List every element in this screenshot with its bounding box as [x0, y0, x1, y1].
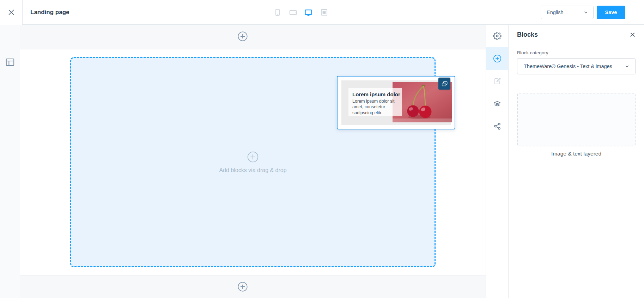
add-section-band-bottom [20, 275, 486, 298]
viewport-form-button[interactable] [319, 8, 329, 17]
desktop-icon [304, 8, 313, 17]
chevron-down-icon [583, 10, 588, 15]
save-button[interactable]: Save [597, 6, 625, 19]
panel-close-button[interactable] [630, 32, 636, 38]
viewport-desktop-button[interactable] [304, 8, 313, 17]
plus-circle-icon [237, 31, 248, 42]
block-preview-heading: Lorem ipsum dolor [352, 91, 398, 97]
stacked-cards-icon [441, 80, 448, 87]
editor-sidebar [486, 25, 509, 298]
tablet-icon [288, 8, 298, 17]
viewport-switcher [273, 0, 329, 25]
close-icon [630, 32, 636, 38]
block-preview-placeholder [517, 93, 636, 146]
block-category-label: Block category [517, 50, 636, 55]
close-editor-button[interactable] [0, 0, 23, 25]
section-layout-icon[interactable] [5, 57, 15, 67]
language-select-value: English [547, 10, 564, 15]
left-sidebar-strip [0, 25, 20, 298]
block-item-label: Image & text layered [517, 151, 636, 157]
blocks-panel-header: Blocks [509, 25, 644, 45]
block-preview-textbox: Lorem ipsum dolor Lorem ipsum dolor sit … [348, 88, 402, 116]
plus-circle-icon [247, 151, 259, 163]
plus-circle-icon [237, 281, 248, 292]
sidebar-item-navigator[interactable] [486, 115, 508, 138]
close-icon [7, 8, 15, 16]
layers-icon [493, 99, 502, 108]
block-category-select[interactable]: ThemeWare® Genesis - Text & images [517, 58, 636, 74]
mobile-icon [273, 8, 282, 17]
top-bar: Landing page [0, 0, 644, 25]
block-preview-body: Lorem ipsum dolor sit amet, consetetur s… [352, 98, 398, 116]
dropzone-hint-text: Add blocks via drag & drop [219, 167, 286, 174]
add-section-top-button[interactable] [237, 31, 248, 42]
sidebar-item-add-blocks[interactable] [486, 47, 508, 70]
sidebar-item-settings[interactable] [486, 25, 508, 47]
blocks-panel-body: Block category ThemeWare® Genesis - Text… [509, 45, 644, 157]
viewport-tablet-button[interactable] [288, 8, 298, 17]
blocks-panel: Blocks Block category ThemeWare® Genesis… [509, 25, 644, 298]
share-icon [493, 122, 502, 130]
edit-icon [493, 77, 502, 85]
chevron-down-icon [625, 64, 630, 69]
sidebar-item-edit[interactable] [486, 70, 508, 92]
dragged-block-preview[interactable]: Lorem ipsum dolor Lorem ipsum dolor sit … [337, 76, 455, 129]
gear-icon [493, 32, 502, 40]
sidebar-item-layers[interactable] [486, 92, 508, 115]
page-title: Landing page [30, 0, 69, 25]
plus-circle-icon [493, 54, 502, 63]
cms-canvas: Add blocks via drag & drop Lorem ipsum d… [20, 25, 486, 298]
form-icon [320, 8, 329, 17]
language-select[interactable]: English [541, 6, 594, 19]
add-section-band-top [20, 25, 486, 49]
blocks-panel-title: Blocks [517, 31, 538, 38]
add-section-bottom-button[interactable] [237, 281, 248, 292]
block-list-item[interactable]: Image & text layered [517, 93, 636, 157]
block-category-value: ThemeWare® Genesis - Text & images [524, 63, 612, 69]
viewport-mobile-button[interactable] [273, 8, 282, 17]
block-count-badge [438, 78, 450, 90]
cms-editor: Landing page [0, 0, 644, 298]
